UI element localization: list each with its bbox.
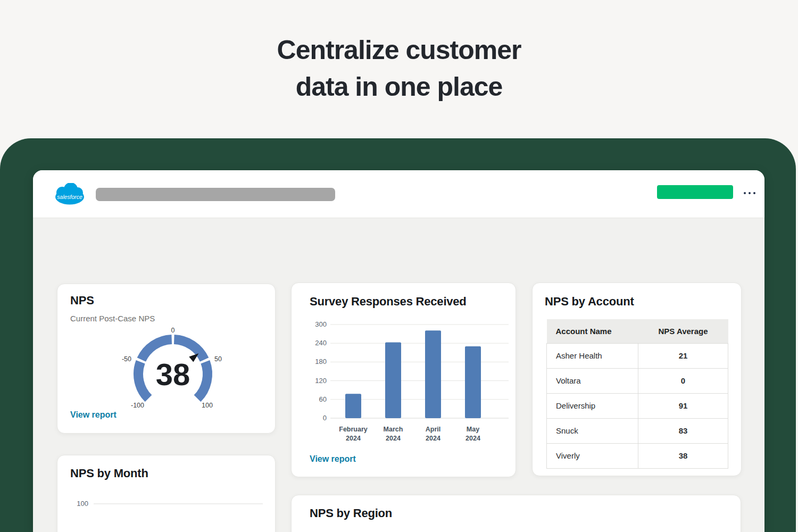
column-header-nps-average: NPS Average <box>638 319 728 343</box>
table-row: Voltara 0 <box>547 368 728 393</box>
dashboard-body: NPS Current Post-Case NPS 0 -50 50 -100 … <box>33 218 764 532</box>
nps-by-month-chart: 100 50 <box>57 455 276 532</box>
account-name: Asher Health <box>547 343 638 368</box>
survey-ytick: 60 <box>319 395 327 403</box>
nps-by-region-card: NPS by Region EMEA APAC <box>291 495 741 532</box>
primary-action-button[interactable] <box>657 185 733 199</box>
account-card-title: NPS by Account <box>545 295 634 309</box>
nps-by-month-card: NPS by Month 100 50 <box>57 455 276 532</box>
column-header-account-name: Account Name <box>547 319 638 343</box>
survey-ytick: 180 <box>315 358 327 365</box>
survey-ytick: 0 <box>323 414 327 422</box>
survey-ytick: 120 <box>315 377 327 385</box>
nps-average: 38 <box>638 443 728 468</box>
table-row: Asher Health 21 <box>547 343 728 368</box>
window-header: salesforce <box>33 170 764 218</box>
svg-text:March: March <box>384 426 403 433</box>
nps-average: 0 <box>638 368 728 393</box>
account-name: Delivership <box>547 393 638 418</box>
month-gridlines <box>94 504 263 532</box>
survey-bars <box>345 330 481 418</box>
svg-text:2024: 2024 <box>386 435 401 442</box>
page-title: Centralize customer data in one place <box>0 32 798 105</box>
gauge-tick-neg50: -50 <box>122 355 131 363</box>
table-row: Viverly 38 <box>547 443 728 468</box>
account-name: Snuck <box>547 418 638 443</box>
account-table: Account Name NPS Average Asher Health 21… <box>546 319 728 469</box>
salesforce-logo: salesforce <box>54 183 85 206</box>
nps-card-title: NPS <box>70 294 94 307</box>
survey-view-report-link[interactable]: View report <box>310 454 356 464</box>
nps-by-account-card: NPS by Account Account Name NPS Average … <box>532 282 742 476</box>
nps-card: NPS Current Post-Case NPS 0 -50 50 -100 … <box>57 284 276 434</box>
survey-bar-chart: 300 240 180 120 60 0 February 2024 March… <box>292 283 517 478</box>
account-name: Viverly <box>547 443 638 468</box>
survey-ytick: 300 <box>315 320 327 328</box>
svg-text:2024: 2024 <box>346 435 361 442</box>
svg-text:May: May <box>467 426 479 433</box>
survey-xtick-labels: February 2024 March 2024 April 2024 May … <box>339 426 480 442</box>
month-ytick-100: 100 <box>77 500 88 508</box>
nps-average: 83 <box>638 418 728 443</box>
gauge-tick-pos50: 50 <box>214 355 222 363</box>
nps-average: 91 <box>638 393 728 418</box>
svg-text:2024: 2024 <box>466 435 480 442</box>
more-menu-icon[interactable] <box>744 192 755 194</box>
table-row: Snuck 83 <box>547 418 728 443</box>
survey-responses-card: Survey Responses Received 300 240 180 12… <box>291 282 516 477</box>
headline-line1: Centralize customer <box>0 32 798 69</box>
account-name: Voltara <box>547 368 638 393</box>
salesforce-logo-text: salesforce <box>57 194 82 200</box>
gauge-tick-pos100: 100 <box>202 402 213 409</box>
survey-ytick: 240 <box>315 339 327 347</box>
nps-average: 21 <box>638 343 728 368</box>
nps-view-report-link[interactable]: View report <box>70 410 117 420</box>
account-table-header-row: Account Name NPS Average <box>547 319 728 343</box>
nps-by-region-chart: EMEA APAC <box>292 495 742 532</box>
gauge-value: 38 <box>156 357 190 392</box>
svg-text:2024: 2024 <box>426 435 440 442</box>
svg-text:February: February <box>339 426 368 433</box>
nps-gauge-chart: 0 -50 50 -100 100 38 <box>109 323 237 430</box>
dashboard-window: salesforce NPS Current Post-Case NPS 0 <box>33 170 764 532</box>
nav-bar-placeholder <box>96 188 335 201</box>
svg-text:April: April <box>426 426 440 433</box>
table-row: Delivership 91 <box>547 393 728 418</box>
gauge-tick-0: 0 <box>171 327 175 334</box>
nps-card-subtitle: Current Post-Case NPS <box>70 314 155 323</box>
gauge-tick-neg100: -100 <box>131 402 144 409</box>
headline-line2: data in one place <box>0 69 798 105</box>
